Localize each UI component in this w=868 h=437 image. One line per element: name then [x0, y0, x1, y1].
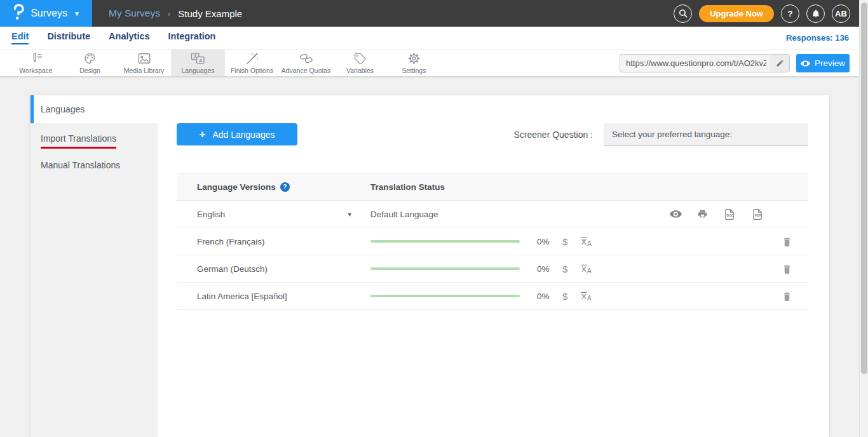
progress-percent: 0%: [537, 237, 553, 246]
tab-analytics[interactable]: Analytics: [109, 31, 149, 44]
translate-icon[interactable]: A: [580, 264, 593, 274]
pencil-icon: [776, 59, 784, 67]
language-cell: French (Français): [197, 237, 370, 246]
tab-edit[interactable]: Edit: [11, 31, 29, 44]
table-row-french: French (Français) 0% $ A: [177, 228, 808, 255]
active-accent-bar: [31, 95, 34, 123]
language-cell: Latin America [Español]: [197, 292, 370, 301]
column-language-versions: Language Versions ?: [197, 182, 370, 192]
avatar[interactable]: AB: [832, 4, 850, 23]
translation-progress-bar: [370, 240, 520, 243]
notifications-button[interactable]: [806, 4, 825, 23]
toolbar-item-workspace[interactable]: Workspace: [9, 50, 63, 76]
edit-toolbar: Workspace Design Media Library A Languag…: [0, 50, 868, 77]
status-cell: Default Language DOC PDF: [370, 208, 808, 220]
languages-content: + Add Languages Screener Question : Sele…: [158, 95, 829, 310]
scrollbar-thumb[interactable]: [861, 3, 867, 374]
search-icon: [679, 9, 688, 18]
upgrade-now-button[interactable]: Upgrade Now: [699, 5, 774, 22]
tab-integration[interactable]: Integration: [168, 31, 216, 44]
toolbar-item-design[interactable]: Design: [63, 50, 117, 76]
preview-button[interactable]: Preview: [796, 54, 850, 72]
svg-text:PDF: PDF: [755, 213, 761, 217]
sidebar-header: Languages: [31, 95, 158, 123]
translation-progress-bar: [370, 267, 520, 270]
help-icon: ?: [788, 9, 793, 18]
survey-title: Study Example: [178, 8, 242, 19]
chain-link-icon: [299, 52, 313, 65]
topbar-actions: Upgrade Now ? AB: [674, 4, 850, 23]
toolbar-item-advance-quotas[interactable]: Advance Quotas: [279, 50, 333, 76]
tag-icon: [353, 52, 367, 65]
table-header-row: Language Versions ? Translation Status: [177, 173, 808, 201]
content-top-row: + Add Languages Screener Question : Sele…: [177, 123, 808, 145]
default-language-label: Default Language: [370, 210, 438, 219]
edit-url-button[interactable]: [770, 55, 789, 72]
translate-icon[interactable]: A: [580, 291, 593, 302]
delete-trash-icon[interactable]: [782, 264, 792, 274]
search-button[interactable]: [674, 4, 692, 23]
help-icon[interactable]: ?: [280, 182, 290, 192]
sidebar-list: Import Translations Manual Translations: [31, 123, 158, 437]
eye-icon: [801, 60, 810, 67]
add-languages-button[interactable]: + Add Languages: [177, 123, 297, 145]
breadcrumb-my-surveys[interactable]: My Surveys: [109, 8, 160, 19]
avatar-initials: AB: [835, 9, 847, 18]
bell-icon: [811, 9, 820, 18]
screener-question-select[interactable]: Select your preferred language:: [604, 123, 808, 145]
survey-url-input[interactable]: [620, 58, 770, 68]
view-eye-icon[interactable]: [670, 210, 682, 218]
status-cell: 0% $ A: [370, 291, 808, 302]
workspace-icon: [29, 52, 43, 65]
sidebar-item-import-translations[interactable]: Import Translations: [31, 133, 158, 149]
export-pdf-icon[interactable]: PDF: [751, 208, 764, 220]
languages-sidebar: Languages Import Translations Manual Tra…: [31, 95, 158, 437]
sidebar-title: Languages: [31, 104, 85, 114]
page-scrollbar[interactable]: [859, 0, 868, 437]
toolbar-item-languages[interactable]: A Languages: [171, 50, 225, 76]
language-dropdown-caret[interactable]: ▾: [348, 210, 351, 218]
dollar-icon[interactable]: $: [562, 291, 567, 302]
table-row-english: English ▾ Default Language DOC: [177, 201, 808, 228]
table-row-german: German (Deutsch) 0% $ A: [177, 255, 808, 283]
toolbar-item-media-library[interactable]: Media Library: [117, 50, 171, 76]
dollar-icon[interactable]: $: [562, 264, 567, 274]
language-cell: German (Deutsch): [197, 264, 370, 274]
product-switcher[interactable]: Surveys ▼: [0, 0, 92, 27]
column-translation-status: Translation Status: [370, 182, 445, 192]
dollar-icon[interactable]: $: [562, 236, 567, 247]
section-nav: Edit Distribute Analytics Integration Re…: [0, 27, 868, 50]
progress-percent: 0%: [537, 292, 553, 301]
delete-trash-icon[interactable]: [782, 236, 792, 247]
tab-distribute[interactable]: Distribute: [47, 31, 90, 44]
progress-percent: 0%: [537, 264, 553, 274]
table-row-latin-america: Latin America [Español] 0% $ A: [177, 283, 808, 310]
palette-icon: [83, 52, 97, 65]
product-name: Surveys: [31, 8, 67, 19]
print-icon[interactable]: [697, 209, 708, 219]
language-cell: English ▾: [197, 210, 370, 219]
gear-icon: [407, 52, 421, 65]
translation-progress-bar: [370, 295, 520, 297]
responses-count[interactable]: Responses: 136: [786, 33, 849, 43]
screener-question-label: Screener Question :: [513, 130, 593, 140]
topbar: Surveys ▼ My Surveys › Study Example Upg…: [0, 0, 868, 27]
svg-text:DOC: DOC: [726, 214, 733, 217]
svg-text:A: A: [199, 57, 203, 63]
survey-url-box: [620, 54, 790, 72]
breadcrumb: My Surveys › Study Example: [109, 8, 242, 19]
toolbar-item-settings[interactable]: Settings: [387, 50, 441, 76]
translate-icon[interactable]: A: [580, 236, 593, 247]
export-doc-icon[interactable]: DOC: [723, 208, 736, 220]
image-icon: [137, 52, 151, 65]
languages-icon: A: [191, 52, 205, 65]
export-actions: DOC PDF: [670, 208, 764, 220]
sidebar-item-manual-translations[interactable]: Manual Translations: [31, 159, 158, 171]
breadcrumb-separator: ›: [168, 9, 170, 18]
delete-trash-icon[interactable]: [782, 291, 792, 302]
toolbar-item-finish-options[interactable]: Finish Options: [225, 50, 279, 76]
svg-text:A: A: [587, 267, 592, 274]
chevron-down-icon: ▼: [74, 10, 80, 17]
help-button[interactable]: ?: [781, 4, 799, 23]
toolbar-item-variables[interactable]: Variables: [333, 50, 387, 76]
